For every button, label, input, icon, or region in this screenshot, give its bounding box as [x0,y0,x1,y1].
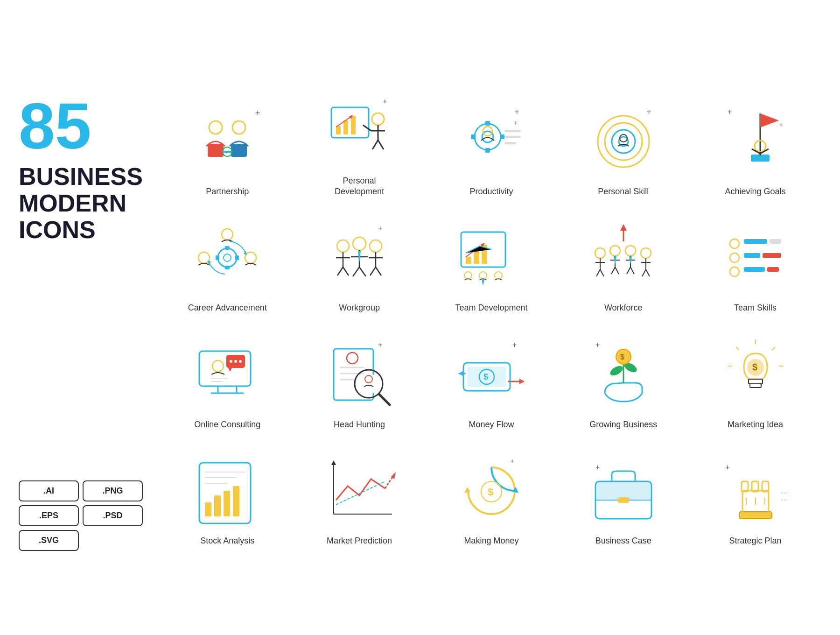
icon-career-advancement[interactable]: Career Advancement [161,211,294,318]
svg-point-1 [209,121,222,134]
strategic-plan-label: Strategic Plan [729,536,782,546]
personal-skill-icon-svg: + [586,104,661,179]
svg-point-64 [353,237,366,250]
svg-point-47 [224,254,231,261]
icon-business-case[interactable]: + Business Case [557,444,689,551]
svg-rect-2 [208,144,224,157]
svg-point-111 [730,253,739,262]
svg-text:$: $ [620,353,624,361]
svg-line-16 [372,140,378,149]
team-development-icon-svg [454,220,529,295]
svg-text:+: + [728,108,732,116]
icon-strategic-plan[interactable]: + [689,444,821,551]
svg-point-54 [198,252,210,263]
svg-point-80 [464,272,472,279]
icon-making-money[interactable]: + $ Making Money [426,444,558,551]
svg-text:+: + [383,97,387,105]
partnership-icon-svg: + ✓ [190,104,265,179]
icon-marketing-idea[interactable]: $ Marketing Idea [689,328,821,435]
business-case-icon-svg: + [586,453,661,528]
head-hunting-icon-svg: + [322,337,397,412]
svg-point-136 [358,374,379,394]
svg-text:✓: ✓ [225,149,230,155]
svg-line-73 [370,267,376,275]
icon-personal-development[interactable]: + [294,84,426,202]
growing-business-label: Growing Business [589,419,657,430]
icon-online-consulting[interactable]: Online Consulting [161,328,294,435]
business-case-label: Business Case [595,536,651,546]
svg-marker-83 [482,279,484,285]
svg-text:+: + [725,463,729,471]
svg-text:+: + [595,341,600,349]
svg-point-53 [245,252,256,263]
svg-marker-173 [331,460,336,465]
personal-development-label: PersonalDevelopment [335,176,384,198]
svg-point-97 [625,246,636,256]
svg-line-155 [772,347,775,350]
svg-rect-28 [504,136,521,138]
format-psd: .PSD [83,505,143,526]
icon-team-skills[interactable]: Team Skills [689,211,821,318]
svg-rect-113 [763,253,781,258]
productivity-label: Productivity [469,186,513,197]
marketing-idea-label: Marketing Idea [728,419,783,430]
format-ai: .AI [19,480,79,501]
svg-text:+: + [510,457,514,465]
icon-partnership[interactable]: + ✓ Partnership [161,84,294,202]
svg-text:+: + [514,119,518,127]
svg-point-91 [610,246,620,256]
svg-point-81 [479,272,487,279]
icon-workforce[interactable]: Workforce [557,211,689,318]
svg-rect-9 [336,126,341,134]
growing-business-icon-svg: + $ [586,337,661,412]
svg-text:+: + [378,224,382,232]
icon-money-flow[interactable]: + $ Money Flow [426,328,558,435]
svg-rect-77 [474,251,479,264]
svg-rect-109 [744,239,767,244]
svg-point-13 [372,113,384,125]
svg-line-94 [611,267,615,274]
productivity-icon-svg: + + [454,104,529,179]
team-development-label: Team Development [455,303,527,313]
icon-growing-business[interactable]: + $ Growing Business [557,328,689,435]
svg-rect-25 [500,134,504,139]
market-prediction-icon-svg [322,453,397,528]
icon-team-development[interactable]: Team Development [426,211,558,318]
svg-line-74 [376,267,381,275]
stock-analysis-label: Stock Analysis [200,536,254,546]
icon-personal-skill[interactable]: + Personal Skill [557,84,689,202]
svg-marker-40 [760,113,779,127]
workforce-label: Workforce [604,303,643,313]
svg-line-67 [353,267,359,276]
svg-text:$: $ [488,486,493,498]
partnership-label: Partnership [206,186,249,197]
svg-rect-29 [504,142,516,144]
icon-productivity[interactable]: + + [426,84,558,202]
career-advancement-label: Career Advancement [188,303,267,313]
svg-text:+: + [515,108,519,116]
workgroup-icon-svg: + [322,220,397,295]
svg-rect-76 [466,257,471,264]
icon-stock-analysis[interactable]: Stock Analysis [161,444,294,551]
icon-head-hunting[interactable]: + Head Huntin [294,328,426,435]
svg-rect-10 [343,120,348,134]
svg-rect-27 [504,130,521,132]
svg-point-103 [641,248,651,258]
icon-market-prediction[interactable]: Market Prediction [294,444,426,551]
svg-rect-48 [225,246,230,250]
svg-line-100 [627,267,630,274]
svg-marker-145 [519,379,524,384]
svg-point-121 [212,360,224,372]
svg-line-61 [337,267,343,275]
svg-rect-166 [224,491,230,516]
svg-text:+: + [512,341,517,349]
svg-rect-116 [767,267,779,272]
icons-grid: + ✓ Partnership [161,84,821,551]
svg-marker-147 [459,371,463,376]
achieving-goals-label: Achieving Goals [725,186,786,197]
svg-rect-51 [235,255,239,260]
icon-workgroup[interactable]: + [294,211,426,318]
svg-line-90 [600,269,604,276]
money-flow-icon-svg: + $ [454,337,529,412]
icon-achieving-goals[interactable]: + + Achieving Goals [689,84,821,202]
